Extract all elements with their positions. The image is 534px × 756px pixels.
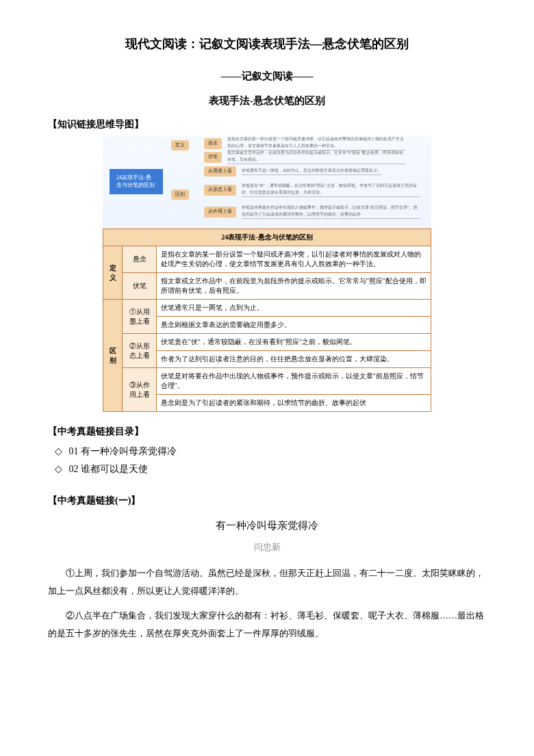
toc-item: ◇ 02 谁都可以是天使 [55,462,486,477]
section-mindmap-label: 【知识链接思维导图】 [48,117,486,132]
mindmap-root: 24表现手法-悬念与伏笔的区别 [110,169,163,194]
toc-text: 谁都可以是天使 [81,464,148,474]
mm-node-ink: 从用墨上看 [204,166,236,177]
table-cell: 悬念则根据文章表达的需要确定用墨多少。 [156,317,431,334]
toc-num: 02 [69,464,79,474]
table-cell: 作者为了达到引起读者注意的目的，往往把悬念放在显著的位置，大肆渲染。 [156,351,431,368]
mm-note: 伏笔通常只是一两笔，点到为止。悬念则根据文章表达的需要确定用墨多少。 [242,168,381,176]
table-cell: 指文章或文艺作品中，在前段里为后段所作的提示或暗示。它常常与"照应"配合使用，即… [156,273,431,300]
mm-node-def: 定义 [171,140,189,151]
table-sub: 悬念 [123,246,156,273]
toc-item: ◇ 01 有一种冷叫母亲觉得冷 [55,444,486,459]
mm-node-suspense: 悬念 [204,138,222,148]
diamond-icon: ◇ [55,462,62,477]
table-sub: 伏笔 [123,273,156,300]
table-sub: ②从形态上看 [123,334,156,368]
table-sub: ①从用墨上看 [123,300,156,334]
mm-node-form: 从形态上看 [204,185,236,195]
section-link1-label: 【中考真题链接(一)】 [48,493,486,508]
paragraph: ②八点半在广场集合，我们发现大家穿什么的都有：衬衫、薄毛衫、保暖套、呢子大衣、薄… [48,607,486,642]
table-cell: 是指在文章的某一部分设置一个疑问或矛盾冲突，以引起读者对事情的发展或对人物的处境… [156,246,431,273]
article-title: 有一种冷叫母亲觉得冷 [48,517,486,534]
table-cell: 伏笔贵在"伏"，通常较隐蔽，在没有看到"照应"之前，貌似闲笔。 [156,334,431,351]
table-cell: 伏笔通常只是一两笔，点到为止。 [156,300,431,317]
paragraph: ①上周，我们参加一个自驾游活动。虽然已经是深秋，但那天正赶上回温，有二十一二度。… [48,564,486,600]
section-toc-label: 【中考真题链接目录】 [48,424,486,439]
table-cell: 悬念则是为了引起读者的紧张和期待，以求情节的曲折、故事的起伏 [156,395,431,412]
mm-note: 是指在文章的某一部分设置一个疑问或矛盾冲突，以引起读者对事情的发展或对人物的处境… [227,136,405,151]
diamond-icon: ◇ [55,444,62,459]
table-sub: ③从作用上看 [123,368,156,412]
table-group-def: 定义 [103,246,123,300]
comparison-table: 24表现手法-悬念与伏笔的区别 定义 悬念 是指在文章的某一部分设置一个疑问或矛… [103,229,431,412]
mm-note: 指文章或文艺作品中，在前段里为后段所作的提示或暗示。它常常与"照应"配合使用，即… [227,150,405,164]
main-title: 现代文阅读：记叙文阅读表现手法—悬念伏笔的区别 [48,34,486,54]
mm-node-foreshadow: 伏笔 [204,152,222,162]
table-title: 24表现手法-悬念与伏笔的区别 [103,229,431,246]
article-author: 闫忠新 [48,540,486,555]
toc-text: 有一种冷叫母亲觉得冷 [81,446,177,456]
sub-title-1: ——记叙文阅读—— [48,68,486,84]
table-group-diff: 区别 [103,300,123,412]
mm-note: 伏笔是对将要在作品中出现的人物或事件，预作提示或暗示，以使文章"前后照应，情节合… [242,205,420,219]
mindmap-figure: 24表现手法-悬念与伏笔的区别 定义 悬念 是指在文章的某一部分设置一个疑问或矛… [103,136,431,412]
mm-node-effect: 从作用上看 [204,207,236,217]
mm-node-diff: 区别 [171,190,189,200]
mm-note: 伏笔贵在"伏"，通常较隐蔽，在没有看到"照应"之前，貌似闲笔。作者为了达到引起读… [242,183,420,197]
sub-title-2: 表现手法-悬念伏笔的区别 [48,92,486,109]
toc-num: 01 [69,446,79,456]
table-cell: 伏笔是对将要在作品中出现的人物或事件，预作提示或暗示，以使文章"前后照应，情节合… [156,368,431,395]
